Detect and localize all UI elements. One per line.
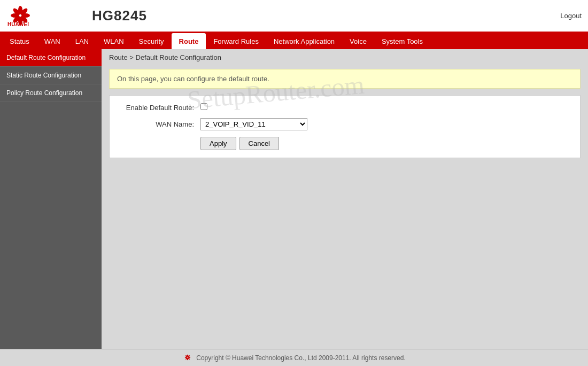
logout-button[interactable]: Logout [560, 12, 582, 20]
wan-name-control: 2_VOIP_R_VID_111_INTERNET_R_VID_103_TR06… [200, 118, 575, 130]
footer-logo-icon [182, 354, 193, 362]
sidebar: Default Route ConfigurationStatic Route … [0, 49, 102, 349]
nav-item-voice[interactable]: Voice [342, 33, 374, 49]
nav-item-route[interactable]: Route [172, 33, 206, 49]
nav-item-forward-rules[interactable]: Forward Rules [206, 33, 266, 49]
enable-route-row: Enable Default Route: [115, 103, 575, 112]
nav-item-lan[interactable]: LAN [68, 33, 96, 49]
footer: Copyright © Huawei Technologies Co., Ltd… [0, 349, 588, 366]
huawei-logo-icon: HUAWEI [6, 5, 34, 27]
nav-item-wlan[interactable]: WLAN [96, 33, 131, 49]
wan-name-label: WAN Name: [115, 120, 200, 128]
form-box: Enable Default Route: WAN Name: 2_VOIP_R… [109, 95, 581, 158]
apply-button[interactable]: Apply [200, 137, 236, 150]
nav-item-system-tools[interactable]: System Tools [374, 33, 430, 49]
button-row: Apply Cancel [115, 137, 575, 150]
wan-name-row: WAN Name: 2_VOIP_R_VID_111_INTERNET_R_VI… [115, 118, 575, 130]
content-area: Route > Default Route Configuration On t… [102, 49, 588, 349]
enable-route-checkbox[interactable] [200, 103, 207, 110]
nav-item-network-application[interactable]: Network Application [266, 33, 342, 49]
svg-text:HUAWEI: HUAWEI [7, 21, 29, 27]
navbar: StatusWANLANWLANSecurityRouteForward Rul… [0, 33, 588, 49]
sidebar-item-policy-route-configuration[interactable]: Policy Route Configuration [0, 84, 102, 102]
enable-route-label: Enable Default Route: [115, 104, 200, 112]
footer-text: Copyright © Huawei Technologies Co., Ltd… [196, 354, 406, 362]
logo-area: HUAWEI [6, 5, 92, 27]
sidebar-item-default-route-configuration[interactable]: Default Route Configuration [0, 49, 102, 67]
breadcrumb: Route > Default Route Configuration [102, 49, 588, 66]
enable-route-control [200, 103, 575, 112]
sidebar-item-static-route-configuration[interactable]: Static Route Configuration [0, 67, 102, 84]
info-box: On this page, you can configure the defa… [109, 69, 581, 89]
nav-item-security[interactable]: Security [131, 33, 172, 49]
wan-name-select[interactable]: 2_VOIP_R_VID_111_INTERNET_R_VID_103_TR06… [200, 118, 307, 130]
nav-item-status[interactable]: Status [2, 33, 37, 49]
cancel-button[interactable]: Cancel [239, 137, 279, 150]
nav-item-wan[interactable]: WAN [37, 33, 68, 49]
page-title: HG8245 [92, 7, 147, 24]
